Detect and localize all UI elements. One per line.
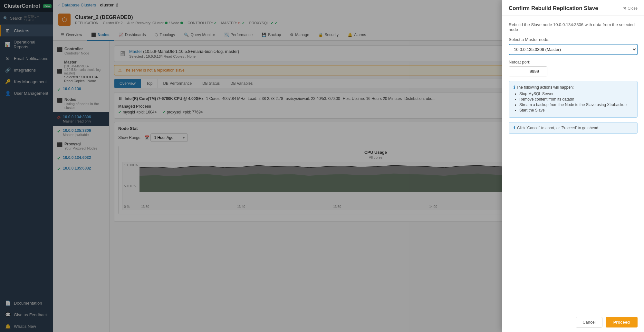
info-icon: ℹ	[514, 85, 515, 90]
modal-body: Rebuild the Slave node 10.0.0.134:3306 w…	[502, 16, 644, 312]
info-box-item-4: Start the Slave	[519, 108, 633, 112]
modal-title: Confirm Rebuild Replication Slave	[509, 5, 598, 12]
info-box-item-1: Stop MySQL Server	[519, 92, 633, 96]
modal-note-text: Click 'Cancel' to abort, or 'Proceed' to…	[517, 126, 599, 130]
cancel-button[interactable]: Cancel	[576, 317, 602, 327]
info-box-header: ℹ The following actions will happen:	[514, 85, 633, 90]
modal-confirm-rebuild: Confirm Rebuild Replication Slave ✖ Clos…	[502, 0, 644, 332]
modal-footer: Cancel Proceed	[502, 312, 644, 332]
modal-info-box: ℹ The following actions will happen: Sto…	[509, 81, 638, 118]
modal-note-box: ℹ Click 'Cancel' to abort, or 'Proceed' …	[509, 122, 638, 134]
modal-master-node-field: Select a Master node: 10.0.0.135:3306 (M…	[509, 37, 638, 55]
modal-master-node-label: Select a Master node:	[509, 37, 638, 42]
info-box-list: Stop MySQL Server Remove content from it…	[519, 92, 633, 112]
info-box-header-text: The following actions will happen:	[516, 85, 574, 90]
modal-description: Rebuild the Slave node 10.0.0.134:3306 w…	[509, 22, 638, 32]
close-circle-icon: ✖	[623, 6, 626, 11]
modal-netcat-label: Netcat port:	[509, 60, 638, 64]
modal-header: Confirm Rebuild Replication Slave ✖ Clos…	[502, 0, 644, 16]
info-box-item-3: Stream a backup from the Node to the Sla…	[519, 103, 633, 107]
proceed-button[interactable]: Proceed	[606, 317, 638, 327]
info-box-item-2: Remove content from its datadir	[519, 97, 633, 102]
modal-close-button[interactable]: ✖ Close	[623, 6, 638, 11]
note-info-icon: ℹ	[514, 126, 515, 130]
close-label: Close	[628, 6, 638, 11]
modal-master-node-select[interactable]: 10.0.0.135:3306 (Master)	[509, 44, 638, 55]
modal-netcat-field: Netcat port:	[509, 60, 638, 76]
modal-netcat-input[interactable]	[509, 66, 547, 76]
